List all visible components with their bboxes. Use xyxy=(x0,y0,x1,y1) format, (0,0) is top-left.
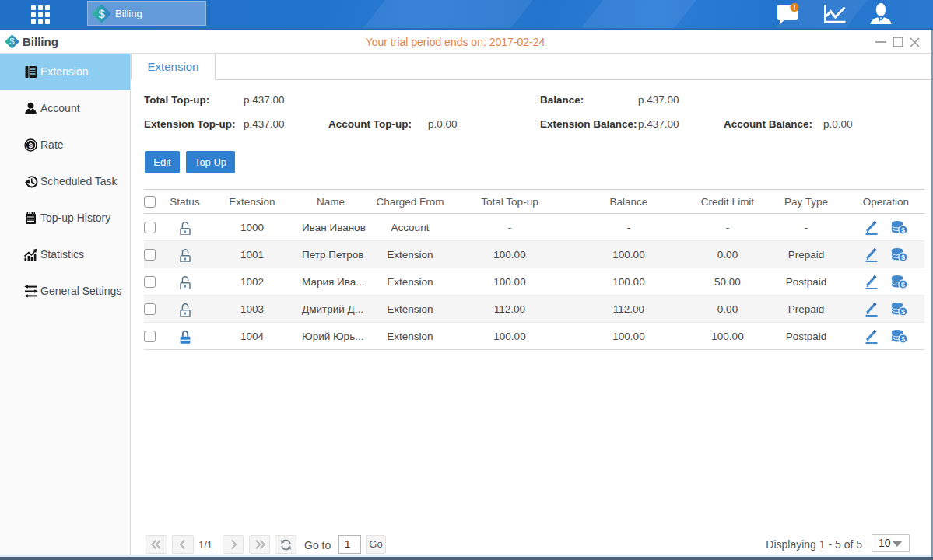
svg-text:$: $ xyxy=(29,141,33,149)
svg-text:!: ! xyxy=(794,4,796,12)
svg-text:$: $ xyxy=(98,7,104,19)
